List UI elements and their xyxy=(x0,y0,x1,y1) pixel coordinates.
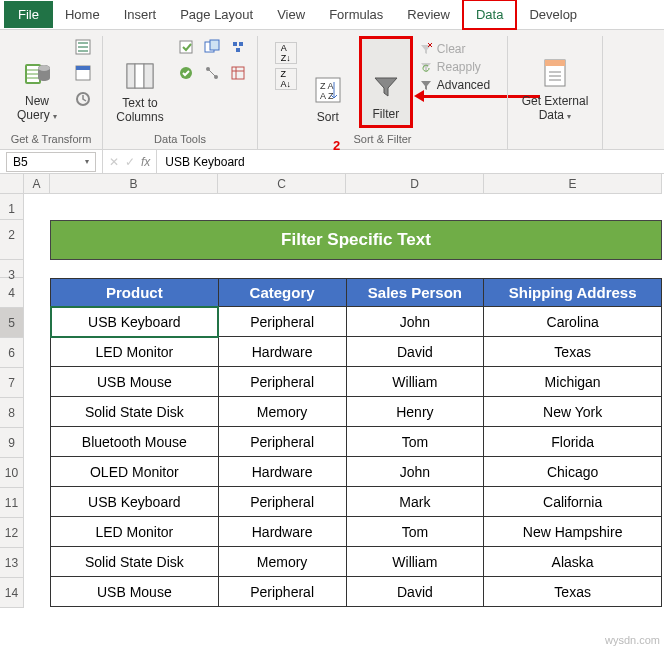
tab-formulas[interactable]: Formulas xyxy=(317,1,395,28)
manage-data-model-icon[interactable] xyxy=(227,62,249,84)
table-cell[interactable]: USB Mouse xyxy=(51,577,219,607)
table-cell[interactable]: Henry xyxy=(346,397,484,427)
clear-filter-button[interactable]: Clear xyxy=(419,42,490,56)
col-header-E[interactable]: E xyxy=(484,174,662,194)
table-cell[interactable]: David xyxy=(346,577,484,607)
table-cell[interactable]: Texas xyxy=(484,577,662,607)
table-cell[interactable]: USB Mouse xyxy=(51,367,219,397)
table-cell[interactable]: David xyxy=(346,337,484,367)
table-cell[interactable]: William xyxy=(346,367,484,397)
table-cell[interactable]: LED Monitor xyxy=(51,337,219,367)
data-validation-icon[interactable] xyxy=(175,62,197,84)
table-cell[interactable]: Tom xyxy=(346,427,484,457)
name-box[interactable]: B5▾ xyxy=(6,152,96,172)
row-header-1[interactable]: 1 xyxy=(0,194,24,220)
row-header-6[interactable]: 6 xyxy=(0,338,24,368)
tab-home[interactable]: Home xyxy=(53,1,112,28)
svg-rect-14 xyxy=(210,40,219,50)
consolidate-icon[interactable] xyxy=(227,36,249,58)
tab-data[interactable]: Data xyxy=(462,0,517,30)
table-cell[interactable]: Peripheral xyxy=(218,577,346,607)
col-header-C[interactable]: C xyxy=(218,174,346,194)
fx-icon[interactable]: fx xyxy=(141,155,150,169)
table-header[interactable]: Sales Person xyxy=(346,279,484,307)
table-cell[interactable]: Carolina xyxy=(484,307,662,337)
table-cell[interactable]: Peripheral xyxy=(218,367,346,397)
table-cell[interactable]: Tom xyxy=(346,517,484,547)
table-cell[interactable]: Mark xyxy=(346,487,484,517)
table-cell[interactable]: USB Keyboard xyxy=(51,307,219,337)
table-cell[interactable]: OLED Monitor xyxy=(51,457,219,487)
row-header-13[interactable]: 13 xyxy=(0,548,24,578)
text-to-columns-icon xyxy=(124,60,156,92)
row-header-8[interactable]: 8 xyxy=(0,398,24,428)
table-cell[interactable]: John xyxy=(346,307,484,337)
table-cell[interactable]: John xyxy=(346,457,484,487)
row-header-2[interactable]: 2 xyxy=(0,220,24,260)
row-header-12[interactable]: 12 xyxy=(0,518,24,548)
table-cell[interactable]: Florida xyxy=(484,427,662,457)
table-cell[interactable]: Hardware xyxy=(218,517,346,547)
show-queries-icon[interactable] xyxy=(72,36,94,58)
select-all-cell[interactable] xyxy=(0,174,24,194)
row-header-4[interactable]: 4 xyxy=(0,278,24,308)
text-to-columns-button[interactable]: Text to Columns xyxy=(111,36,169,128)
row-header-3[interactable]: 3 xyxy=(0,260,24,278)
table-header[interactable]: Category xyxy=(218,279,346,307)
reapply-filter-button[interactable]: Reapply xyxy=(419,60,490,74)
new-query-button[interactable]: New Query ▾ xyxy=(8,36,66,128)
from-table-icon[interactable] xyxy=(72,62,94,84)
table-cell[interactable]: LED Monitor xyxy=(51,517,219,547)
row-header-9[interactable]: 9 xyxy=(0,428,24,458)
table-cell[interactable]: Solid State Disk xyxy=(51,547,219,577)
sort-za-icon[interactable]: ZA↓ xyxy=(275,68,297,90)
table-cell[interactable]: Memory xyxy=(218,397,346,427)
row-header-7[interactable]: 7 xyxy=(0,368,24,398)
row-header-14[interactable]: 14 xyxy=(0,578,24,608)
table-cell[interactable]: Michigan xyxy=(484,367,662,397)
tab-insert[interactable]: Insert xyxy=(112,1,169,28)
formula-input[interactable] xyxy=(157,153,664,171)
watermark: wysdn.com xyxy=(605,634,660,646)
get-external-data-button[interactable]: Get External Data ▾ xyxy=(516,36,594,128)
sort-az-icon[interactable]: AZ↓ xyxy=(275,42,297,64)
row-header-10[interactable]: 10 xyxy=(0,458,24,488)
table-cell[interactable]: New York xyxy=(484,397,662,427)
table-cell[interactable]: William xyxy=(346,547,484,577)
tab-file[interactable]: File xyxy=(4,1,53,28)
flash-fill-icon[interactable] xyxy=(175,36,197,58)
cancel-formula-icon[interactable]: ✕ xyxy=(109,155,119,169)
col-header-D[interactable]: D xyxy=(346,174,484,194)
table-cell[interactable]: Chicago xyxy=(484,457,662,487)
table-cell[interactable]: Peripheral xyxy=(218,487,346,517)
sort-button[interactable]: Z AA Z Sort xyxy=(303,36,353,128)
table-cell[interactable]: Hardware xyxy=(218,337,346,367)
advanced-filter-button[interactable]: Advanced xyxy=(419,78,490,92)
table-header[interactable]: Product xyxy=(51,279,219,307)
table-cell[interactable]: Bluetooth Mouse xyxy=(51,427,219,457)
table-cell[interactable]: California xyxy=(484,487,662,517)
tab-develop[interactable]: Develop xyxy=(517,1,589,28)
table-cell[interactable]: Alaska xyxy=(484,547,662,577)
table-cell[interactable]: Peripheral xyxy=(218,307,346,337)
table-cell[interactable]: Peripheral xyxy=(218,427,346,457)
row-header-11[interactable]: 11 xyxy=(0,488,24,518)
col-header-A[interactable]: A xyxy=(24,174,50,194)
table-cell[interactable]: Solid State Disk xyxy=(51,397,219,427)
tab-review[interactable]: Review xyxy=(395,1,462,28)
table-header[interactable]: Shipping Address xyxy=(484,279,662,307)
table-cell[interactable]: New Hampshire xyxy=(484,517,662,547)
table-cell[interactable]: Texas xyxy=(484,337,662,367)
remove-duplicates-icon[interactable] xyxy=(201,36,223,58)
row-header-5[interactable]: 5 xyxy=(0,308,24,338)
tab-page-layout[interactable]: Page Layout xyxy=(168,1,265,28)
table-cell[interactable]: Memory xyxy=(218,547,346,577)
table-cell[interactable]: Hardware xyxy=(218,457,346,487)
col-header-B[interactable]: B xyxy=(50,174,218,194)
recent-sources-icon[interactable] xyxy=(72,88,94,110)
enter-formula-icon[interactable]: ✓ xyxy=(125,155,135,169)
tab-view[interactable]: View xyxy=(265,1,317,28)
filter-button[interactable]: Filter xyxy=(359,36,413,128)
relationships-icon[interactable] xyxy=(201,62,223,84)
table-cell[interactable]: USB Keyboard xyxy=(51,487,219,517)
